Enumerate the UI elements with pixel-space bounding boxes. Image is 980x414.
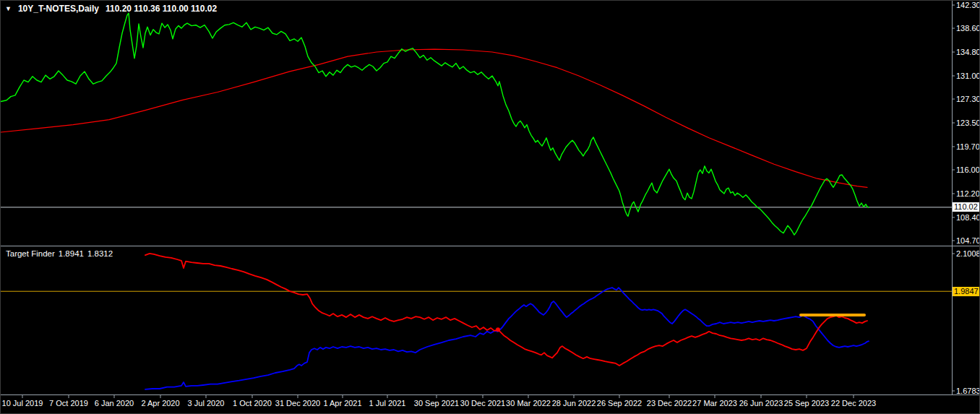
date-axis-label: 25 Sep 2023 [781,399,833,407]
date-axis-label: 26 Jun 2023 [735,399,787,407]
main-price-axis-label: 112.20 [956,189,980,198]
date-axis-label: 1 Jul 2021 [361,399,413,407]
date-axis-label: 3 Jul 2020 [180,399,232,407]
chart-window: ▼ 10Y_T-NOTES,Daily 110.20 110.36 110.00… [0,0,980,414]
level-price-tag: 1.9847 [953,287,980,296]
date-axis-label: 2 Apr 2020 [134,399,186,407]
main-price-axis-label: 138.60 [956,24,980,33]
main-price-axis-label: 108.40 [956,213,980,222]
main-price-axis-label: 119.70 [956,142,980,151]
indicator-name: Target Finder [6,249,55,258]
indicator-title: Target Finder 1.8941 1.8312 [6,249,113,258]
date-axis-label: 27 Mar 2023 [689,399,741,407]
main-price-axis-label: 123.50 [956,118,980,127]
main-price-axis-label: 134.80 [956,48,980,56]
symbol-period-label: 10Y_T-NOTES,Daily [18,4,99,14]
chart-canvas[interactable] [1,1,980,414]
indicator-price-axis-label: 2.1008 [956,249,980,258]
main-price-axis-label: 131.00 [956,72,980,80]
current-price-tag: 110.02 [953,202,980,212]
main-price-axis-label: 116.00 [956,165,980,174]
date-axis-label: 26 Sep 2022 [593,399,645,407]
ohlc-values: 110.20 110.36 110.00 110.02 [106,4,217,14]
date-axis-label: 30 Dec 2021 [457,399,509,407]
chart-title: ▼ 10Y_T-NOTES,Daily 110.20 110.36 110.00… [5,4,217,14]
date-axis-label: 7 Oct 2019 [43,399,95,407]
date-axis-label: 28 Jun 2022 [548,399,600,407]
date-axis-label: 30 Sep 2021 [411,399,463,407]
indicator-value-red: 1.8941 [59,249,84,258]
date-axis-label: 6 Jan 2020 [88,399,140,407]
indicator-value-blue: 1.8312 [87,249,113,258]
date-axis-label: 1 Oct 2020 [226,399,278,407]
date-axis-label: 23 Dec 2022 [643,399,695,407]
date-axis-label: 22 Dec 2023 [828,399,880,407]
indicator-price-axis-label: 1.6783 [956,387,980,395]
main-price-axis-label: 104.70 [956,236,980,245]
date-axis-label: 10 Jul 2019 [0,399,48,407]
main-price-axis-label: 142.30 [956,1,980,9]
triangle-down-icon: ▼ [5,4,12,13]
date-axis-label: 30 Mar 2022 [502,399,554,407]
main-price-axis-label: 127.30 [956,95,980,103]
